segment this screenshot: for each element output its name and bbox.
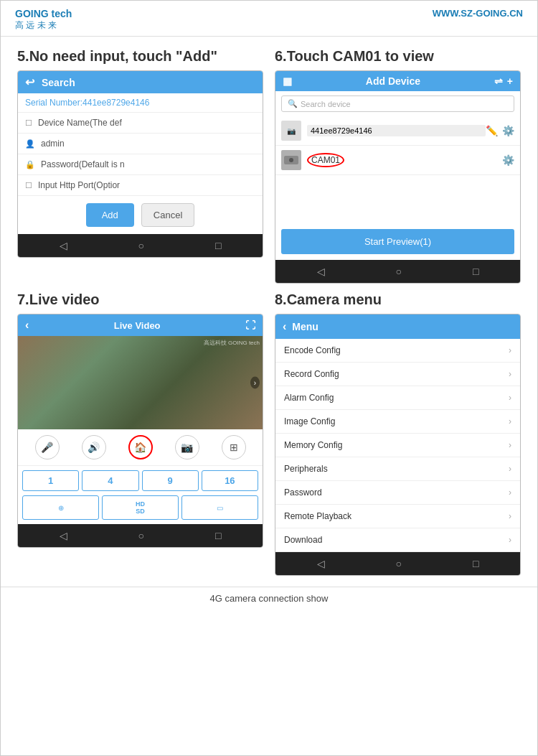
video-area: 高远科技 GOING tech › [18,336,263,429]
image-config-label: Image Config [284,416,335,426]
phone8-nav: ◁ ○ □ [275,552,520,575]
start-preview-button[interactable]: Start Preview(1) [281,229,514,254]
ptz-icon: ⊕ [58,504,64,512]
device-name-row: ☐ Device Name(The def [18,113,263,134]
password-row: 🔒 Password(Default is n [18,154,263,175]
nav-back[interactable]: ◁ [60,240,67,251]
section7-title: 7.Live video [17,291,263,308]
lock-icon: 🔒 [25,160,35,169]
menu-item-alarm[interactable]: Alarm Config › [275,386,520,410]
phone8-mockup: ‹ Menu Encode Config › Record Config › A… [275,314,521,576]
nav-recent[interactable]: □ [215,530,221,541]
search-bar[interactable]: 🔍 Search device [281,95,514,112]
nav-home[interactable]: ○ [138,530,144,541]
nav-home[interactable]: ○ [396,266,402,277]
screen-button[interactable]: ▭ [181,495,258,520]
phone7-mockup: ‹ Live Video ⛶ 高远科技 GOING tech › 🎤 🔊 🏠 📷… [17,314,263,548]
password-label: Password(Default is n [41,159,125,169]
user-icon: 👤 [25,139,35,149]
chevron-right-icon: › [509,416,511,426]
chevron-right-icon: › [509,464,511,474]
add-button[interactable]: Add [86,203,134,227]
phone6-header: ▦ Add Device ⇌ + [275,71,520,91]
channel-16[interactable]: 16 [202,470,258,491]
speaker-button[interactable]: 🔊 [82,435,106,459]
section5: 5.No need input, touch "Add" ↩ Search Se… [11,44,269,287]
chevron-right-icon: › [509,511,511,521]
device-name-label: Device Name(The def [38,118,122,128]
channel-4[interactable]: 4 [82,470,138,491]
menu-back-icon[interactable]: ‹ [283,320,286,333]
nav-back[interactable]: ◁ [60,530,67,541]
cancel-button[interactable]: Cancel [141,203,194,227]
filter-icon[interactable]: ⇌ [494,75,503,87]
nav-home[interactable]: ○ [138,240,144,251]
mic-button[interactable]: 🎤 [35,435,60,459]
phone5-header: ↩ Search [18,71,263,93]
menu-item-memory[interactable]: Memory Config › [275,434,520,457]
serial-number: Serial Number:441ee8729e4146 [18,93,263,113]
back-arrow-icon[interactable]: ↩ [25,75,34,89]
chevron-right-icon: › [509,393,511,403]
peripherals-label: Peripherals [284,464,328,474]
phone5-mockup: ↩ Search Serial Number:441ee8729e4146 ☐ … [17,70,263,258]
website: WWW.SZ-GOING.CN [433,8,523,19]
video-watermark: 高远科技 GOING tech [204,339,260,347]
nav-back[interactable]: ◁ [317,266,325,277]
search-placeholder: Search device [301,100,351,108]
tool-grid: ⊕ HDSD ▭ [18,495,263,524]
main-grid: 5.No need input, touch "Add" ↩ Search Se… [1,37,537,587]
record-config-label: Record Config [284,369,339,379]
hd-label: HDSD [136,500,145,515]
add-icon[interactable]: + [507,75,513,87]
device-serial: 441ee8729e4146 [307,125,486,136]
brand: GOING tech 高 远 未 来 [15,8,72,32]
brand-name: GOING tech [15,8,72,19]
channel-9[interactable]: 9 [142,470,199,491]
settings-icon[interactable]: ⚙️ [502,125,514,136]
phone7-header: ‹ Live Video ⛶ [18,314,263,336]
add-device-label: Add Device [366,75,420,87]
cam01-thumbnail [281,150,301,170]
grid-icon: ▦ [283,75,292,87]
channel-1[interactable]: 1 [22,470,79,491]
home-button[interactable]: 🏠 [128,435,153,459]
edit-icon[interactable]: ✏️ [486,125,498,136]
http-port-label: Input Http Port(Optior [38,180,120,190]
snapshot-button[interactable]: 📷 [175,435,199,459]
grid-button[interactable]: ⊞ [222,435,246,459]
section8-title: 8.Camera menu [275,291,521,308]
header-icons: ⇌ + [494,75,513,87]
footer: 4G camera connection show [1,587,537,610]
menu-item-remote-playback[interactable]: Remote Playback › [275,505,520,528]
port-icon: ☐ [25,181,32,190]
video-feed [18,336,263,429]
fullscreen-icon[interactable]: ⛶ [245,319,255,331]
device-row-cam01[interactable]: CAM01 ⚙️ [275,146,520,175]
chevron-right-icon: › [509,440,511,450]
spacer [275,175,520,218]
admin-row: 👤 admin [18,134,263,154]
menu-item-password[interactable]: Password › [275,481,520,505]
cam01-icons: ⚙️ [502,154,514,166]
phone7-nav: ◁ ○ □ [18,524,263,547]
ptz-button[interactable]: ⊕ [22,495,99,520]
menu-item-record[interactable]: Record Config › [275,363,520,386]
section7: 7.Live video ‹ Live Video ⛶ 高远科技 GOING t… [11,287,269,579]
menu-item-download[interactable]: Download › [275,528,520,552]
nav-back[interactable]: ◁ [317,558,325,569]
quality-button[interactable]: HDSD [102,495,179,520]
cam01-label[interactable]: CAM01 [307,153,344,167]
nav-recent[interactable]: □ [215,240,221,251]
nav-home[interactable]: ○ [396,558,402,569]
nav-recent[interactable]: □ [473,266,478,277]
admin-label: admin [41,139,65,149]
menu-item-peripherals[interactable]: Peripherals › [275,457,520,481]
nav-recent[interactable]: □ [473,558,478,569]
back-icon[interactable]: ‹ [25,319,29,332]
playback-controls: 🎤 🔊 🏠 📷 ⊞ [18,429,263,466]
menu-item-encode[interactable]: Encode Config › [275,339,520,363]
menu-item-image[interactable]: Image Config › [275,410,520,434]
download-label: Download [284,535,322,545]
cam01-status-icon: ⚙️ [502,154,514,166]
